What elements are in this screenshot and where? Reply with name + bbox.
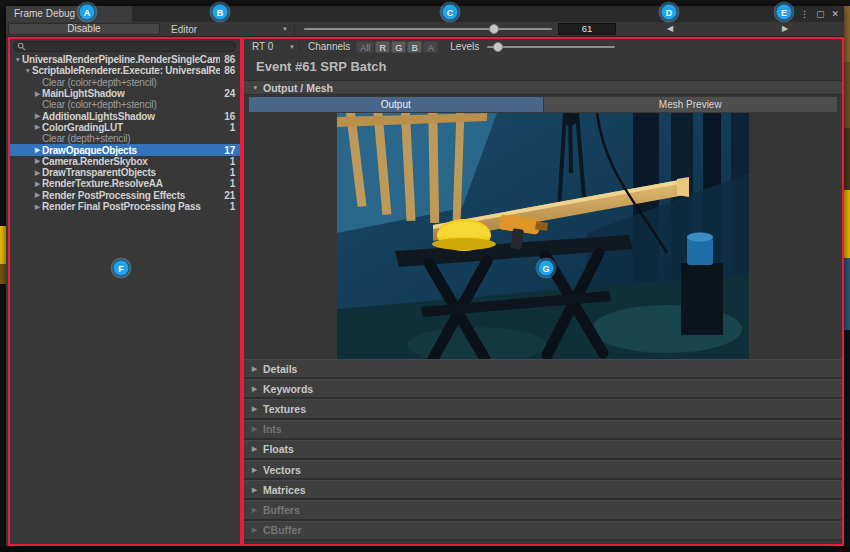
- desktop-edge-right-yellow: [844, 190, 850, 258]
- foldout-collapsed-icon[interactable]: ▶: [33, 90, 42, 98]
- channel-button-a[interactable]: A: [423, 41, 438, 53]
- levels-slider-thumb[interactable]: [493, 42, 503, 52]
- foldout-collapsed-icon[interactable]: ▶: [33, 203, 42, 211]
- foldout-collapsed-icon: ▶: [252, 506, 263, 514]
- tree-item[interactable]: ▶MainLightShadow24: [10, 88, 240, 99]
- foldout-collapsed-icon[interactable]: ▶: [252, 445, 263, 453]
- tree-item-count: 1: [230, 201, 235, 212]
- tree-item[interactable]: ▶Render PostProcessing Effects21: [10, 190, 240, 201]
- editor-target-dropdown[interactable]: Editor ▼: [165, 23, 295, 35]
- foldout-collapsed-icon[interactable]: ▶: [252, 365, 263, 373]
- tree-item[interactable]: ▼UniversalRenderPipeline.RenderSingleCam…: [10, 54, 240, 65]
- section-label: Floats: [263, 443, 294, 455]
- tab-output[interactable]: Output: [249, 97, 543, 112]
- foldout-collapsed-icon[interactable]: ▶: [33, 123, 42, 131]
- channel-button-all[interactable]: All: [356, 41, 374, 53]
- render-preview: [337, 113, 749, 359]
- tree-item[interactable]: ▶AdditionalLightsShadow16: [10, 110, 240, 121]
- next-event-button[interactable]: ▶: [777, 23, 793, 35]
- window-close-icon[interactable]: ✕: [831, 9, 839, 19]
- foldout-collapsed-icon[interactable]: ▶: [33, 146, 42, 154]
- foldout-collapsed-icon[interactable]: ▶: [33, 157, 42, 165]
- tree-item-label: Camera.RenderSkybox: [42, 156, 226, 167]
- frame-debug-toolbar: Disable Editor ▼ 61 ◀ ▶: [6, 22, 844, 37]
- tree-item-count: 1: [230, 156, 235, 167]
- event-slider-thumb[interactable]: [489, 24, 499, 34]
- search-icon: [17, 42, 26, 51]
- foldout-collapsed-icon[interactable]: ▶: [33, 180, 42, 188]
- tree-item-count: 24: [224, 88, 235, 99]
- output-mesh-foldout[interactable]: ▼ Output / Mesh: [244, 80, 842, 95]
- section-label: CBuffer: [263, 524, 302, 536]
- tree-item-count: 86: [224, 65, 235, 76]
- levels-slider[interactable]: [485, 40, 617, 54]
- window-controls: ⋮ ▢ ✕: [800, 6, 839, 22]
- preview-tab-bar: OutputMesh Preview: [249, 97, 837, 112]
- tree-search-field[interactable]: [13, 41, 236, 52]
- tree-item-count: 17: [224, 145, 235, 156]
- section-details[interactable]: ▶Details: [244, 359, 842, 379]
- section-floats[interactable]: ▶Floats: [244, 440, 842, 460]
- tree-item-label: DrawOpaqueObjects: [42, 145, 220, 156]
- window-titlebar[interactable]: Frame Debug ⋮ ▢ ✕: [6, 6, 844, 22]
- disable-button[interactable]: Disable: [8, 23, 160, 35]
- detail-section-list: ▶Details▶Keywords▶Textures▶Ints▶Floats▶V…: [244, 359, 842, 541]
- frame-debug-window: Frame Debug ⋮ ▢ ✕ Disable Editor ▼ 61 ◀ …: [6, 6, 844, 546]
- section-keywords[interactable]: ▶Keywords: [244, 379, 842, 399]
- tree-item-count: 86: [224, 54, 235, 65]
- tree-search-input[interactable]: [26, 42, 235, 51]
- channel-button-g[interactable]: G: [391, 41, 406, 53]
- render-target-toolbar: RT 0 ▼ Channels AllRGBA Levels: [244, 39, 842, 54]
- tree-item[interactable]: Clear (color+depth+stencil): [10, 77, 240, 88]
- section-label: Textures: [263, 403, 306, 415]
- tree-item[interactable]: ▶Render Final PostProcessing Pass1: [10, 201, 240, 212]
- foldout-expanded-icon[interactable]: ▼: [23, 67, 32, 74]
- section-label: Vectors: [263, 464, 301, 476]
- levels-label: Levels: [450, 41, 479, 52]
- section-matrices[interactable]: ▶Matrices: [244, 480, 842, 500]
- event-slider-track[interactable]: [304, 28, 552, 30]
- foldout-expanded-icon: ▼: [252, 84, 263, 91]
- tree-item-label: Clear (depth+stencil): [42, 133, 231, 144]
- foldout-collapsed-icon[interactable]: ▶: [252, 466, 263, 474]
- annotation-badge-A: A: [80, 5, 95, 20]
- foldout-collapsed-icon[interactable]: ▶: [33, 191, 42, 199]
- window-menu-icon[interactable]: ⋮: [800, 9, 809, 19]
- render-target-dropdown[interactable]: RT 0 ▼: [252, 41, 300, 53]
- channel-button-b[interactable]: B: [407, 41, 422, 53]
- annotation-badge-F: F: [114, 261, 129, 276]
- annotation-badge-D: D: [662, 5, 677, 20]
- event-number-field[interactable]: 61: [558, 23, 616, 35]
- foldout-collapsed-icon[interactable]: ▶: [252, 486, 263, 494]
- window-title-tab[interactable]: Frame Debug: [6, 6, 132, 22]
- tree-item[interactable]: ▶ColorGradingLUT1: [10, 122, 240, 133]
- tree-item[interactable]: ▶DrawTransparentObjects1: [10, 167, 240, 178]
- foldout-collapsed-icon[interactable]: ▶: [33, 169, 42, 177]
- desktop-edge-right-blue: [844, 258, 850, 330]
- tree-item-label: RenderTexture.ResolveAA: [42, 178, 226, 189]
- window-maximize-icon[interactable]: ▢: [816, 9, 825, 19]
- foldout-collapsed-icon[interactable]: ▶: [33, 112, 42, 120]
- tree-item-label: DrawTransparentObjects: [42, 167, 226, 178]
- previous-event-button[interactable]: ◀: [662, 23, 678, 35]
- channel-button-r[interactable]: R: [375, 41, 390, 53]
- tree-item-count: 1: [230, 167, 235, 178]
- tree-item[interactable]: ▶DrawOpaqueObjects17: [10, 144, 240, 155]
- foldout-expanded-icon[interactable]: ▼: [13, 56, 22, 63]
- levels-slider-track[interactable]: [487, 46, 615, 48]
- tree-item[interactable]: ▼ScriptableRenderer.Execute: UniversalRe…: [10, 65, 240, 76]
- section-textures[interactable]: ▶Textures: [244, 399, 842, 419]
- foldout-collapsed-icon[interactable]: ▶: [252, 405, 263, 413]
- tree-item-label: ColorGradingLUT: [42, 122, 226, 133]
- section-label: Matrices: [263, 484, 306, 496]
- tree-item-count: 16: [224, 111, 235, 122]
- section-vectors[interactable]: ▶Vectors: [244, 460, 842, 480]
- foldout-collapsed-icon[interactable]: ▶: [252, 385, 263, 393]
- chevron-down-icon: ▼: [289, 44, 295, 50]
- tab-mesh-preview[interactable]: Mesh Preview: [544, 97, 838, 112]
- event-slider[interactable]: [302, 22, 554, 36]
- tree-item[interactable]: Clear (depth+stencil): [10, 133, 240, 144]
- tree-item[interactable]: ▶RenderTexture.ResolveAA1: [10, 178, 240, 189]
- tree-item[interactable]: Clear (color+depth+stencil): [10, 99, 240, 110]
- tree-item[interactable]: ▶Camera.RenderSkybox1: [10, 156, 240, 167]
